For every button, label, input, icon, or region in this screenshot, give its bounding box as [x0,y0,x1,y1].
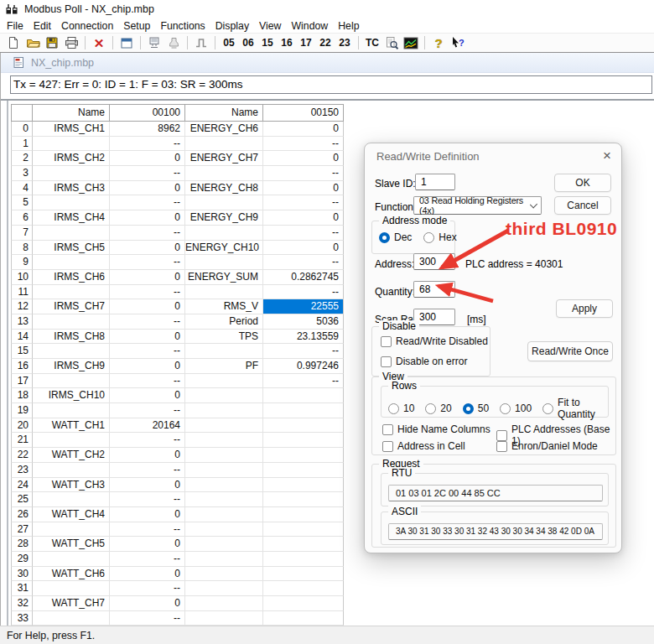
row-number[interactable]: 1 [11,137,33,152]
grid-cell[interactable]: ENERGY_CH9 [185,210,263,226]
grid-cell[interactable]: 5036 [263,314,344,330]
grid-cell[interactable]: WATT_CH3 [33,478,110,493]
quantity-field[interactable] [413,281,455,298]
grid-cell[interactable]: WATT_CH4 [33,507,110,522]
row-number[interactable]: 25 [11,492,33,507]
grid-cell[interactable]: 0 [110,507,185,522]
grid-cell[interactable]: -- [110,581,185,596]
row-number[interactable]: 24 [11,478,33,493]
grid-cell[interactable] [33,403,110,418]
grid-cell[interactable]: IRMS_CH10 [33,388,110,403]
scan-rate-field[interactable] [413,309,455,325]
grid-cell[interactable]: -- [263,195,344,210]
row-number[interactable]: 16 [11,359,33,374]
grid-cell[interactable] [185,418,263,434]
row-number[interactable]: 10 [11,270,33,285]
row-number[interactable]: 3 [11,166,33,181]
grid-cell[interactable] [263,388,344,403]
grid-cell[interactable]: 0 [110,537,185,552]
save-button[interactable] [43,34,61,51]
grid-cell[interactable]: 0 [110,151,185,166]
grid-cell[interactable] [33,166,110,181]
grid-cell[interactable] [33,285,110,300]
grid-cell[interactable]: IRMS_CH3 [33,181,110,196]
grid-cell[interactable]: 0.2862745 [263,270,344,285]
grid-cell[interactable] [263,448,344,463]
disconnect-button[interactable]: ✕ [90,34,108,51]
grid-cell[interactable] [33,581,110,596]
row-number[interactable]: 31 [11,581,33,596]
row-number[interactable]: 2 [11,151,33,166]
grid-cell[interactable]: 0 [110,388,185,403]
grid-cell[interactable]: 0 [110,567,185,582]
menu-edit[interactable]: Edit [29,20,56,32]
grid-cell[interactable]: 0 [110,359,185,374]
grid-cell[interactable] [185,166,263,181]
grid-cell[interactable] [185,537,263,552]
row-number[interactable]: 5 [11,195,33,210]
cancel-button[interactable]: Cancel [554,196,611,215]
single-poll-button[interactable] [192,34,210,51]
row-number[interactable]: 18 [11,388,33,403]
grid-cell[interactable] [263,596,344,611]
grid-cell[interactable] [185,403,263,418]
grid-cell[interactable] [185,388,263,403]
grid-cell[interactable] [263,463,344,478]
radio-rows-50[interactable]: 50 [463,397,489,420]
grid-cell[interactable]: -- [263,374,344,389]
grid-cell[interactable]: ENERGY_SUM [185,270,263,285]
grid-cell[interactable]: 0 [110,241,185,256]
grid-cell[interactable]: -- [110,522,185,538]
grid-cell[interactable]: -- [110,255,185,270]
grid-cell[interactable] [185,596,263,611]
checkbox-address-in-cell[interactable]: Address in Cell [382,440,465,452]
grid-cell[interactable] [33,463,110,478]
grid-cell[interactable]: WATT_CH5 [33,537,110,552]
grid-cell[interactable] [185,374,263,389]
grid-cell[interactable] [33,226,110,241]
grid-header-00150[interactable]: 00150 [263,104,344,122]
grid-cell[interactable] [33,344,110,359]
grid-cell[interactable]: -- [110,492,185,507]
grid-cell[interactable] [185,507,263,522]
grid-cell[interactable]: 0 [263,151,344,166]
grid-cell[interactable]: 0 [110,181,185,196]
grid-cell[interactable] [185,552,263,567]
row-number[interactable]: 15 [11,344,33,359]
grid-cell[interactable]: -- [110,344,185,359]
checkbox-hide-name-columns[interactable]: Hide Name Columns [382,423,490,435]
grid-cell[interactable]: -- [110,552,185,567]
grid-cell[interactable]: 0 [263,181,344,196]
grid-cell[interactable]: -- [110,195,185,210]
grid-cell[interactable] [185,285,263,300]
communication-log-button[interactable] [382,34,401,51]
grid-cell[interactable]: ENERGY_CH6 [185,122,263,137]
row-number[interactable]: 4 [11,181,33,196]
grid-cell[interactable] [263,522,344,538]
grid-cell[interactable] [185,137,263,152]
grid-cell[interactable] [263,478,344,493]
grid-cell[interactable] [263,552,344,567]
grid-cell[interactable] [33,492,110,507]
grid-cell[interactable]: -- [110,166,185,181]
grid-cell[interactable] [185,226,263,241]
grid-cell[interactable] [185,463,263,478]
row-number[interactable]: 0 [11,122,33,137]
grid-cell[interactable]: IRMS_CH5 [33,241,110,256]
menu-setup[interactable]: Setup [118,20,155,32]
grid-cell[interactable]: -- [110,374,185,389]
grid-cell[interactable]: 0 [110,448,185,463]
function-17-button[interactable]: 17 [297,34,315,51]
row-number[interactable]: 26 [11,507,33,522]
grid-cell[interactable] [185,255,263,270]
grid-cell[interactable]: -- [110,611,185,626]
row-number[interactable]: 19 [11,403,33,418]
row-number[interactable]: 21 [11,433,33,448]
grid-cell[interactable]: 23.13559 [263,330,344,345]
grid-cell[interactable] [185,492,263,507]
grid-cell[interactable]: ENERGY_CH10 [185,241,263,256]
grid-cell[interactable] [263,403,344,418]
grid-cell[interactable]: -- [110,137,185,152]
checkbox-read-write-disabled[interactable]: Read/Write Disabled [381,335,488,347]
row-number[interactable]: 29 [11,552,33,567]
